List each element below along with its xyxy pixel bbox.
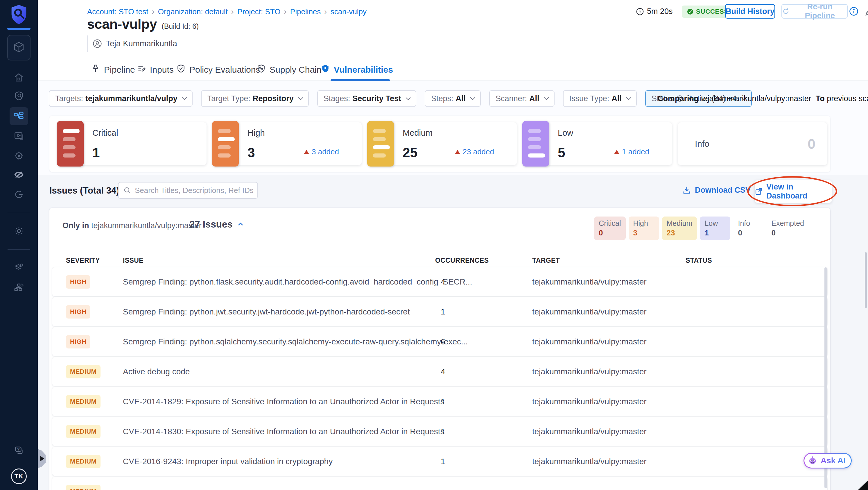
author-row: Teja Kummarikuntla (87, 35, 177, 52)
executions-icon (14, 130, 24, 142)
triangle-up-icon (614, 150, 619, 154)
table-row[interactable]: HIGH Semgrep Finding: python.flask.secur… (52, 267, 827, 296)
issue-title: Active debug code (123, 367, 190, 376)
sidebar-item-policies[interactable] (0, 263, 38, 274)
filter-label: Issue Type: (569, 94, 610, 103)
table-row[interactable]: HIGH Semgrep Finding: python.jwt.securit… (52, 297, 827, 326)
col-header-issue: ISSUE (123, 256, 144, 265)
target-icon (14, 151, 24, 162)
tab-label: Policy Evaluations (189, 65, 260, 75)
build-id: (Build Id: 6) (161, 22, 199, 31)
info-icon[interactable] (849, 6, 859, 16)
filter-value: Repository (253, 94, 294, 103)
sidebar-item-executions[interactable] (0, 130, 38, 142)
severity-badge: MEDIUM (66, 425, 100, 438)
sidebar-item-targets[interactable] (0, 151, 38, 162)
table-row[interactable]: MEDIUM (52, 477, 827, 490)
shield-check-icon (176, 64, 186, 75)
download-csv-button[interactable]: Download CSV (682, 185, 751, 195)
sidebar-item-settings[interactable] (0, 226, 38, 238)
status-badge-label: SUCCESS (696, 8, 728, 16)
shield-chain-icon (256, 64, 266, 75)
module-underline (7, 28, 31, 30)
module-switcher[interactable] (7, 35, 31, 60)
author-name: Teja Kummarikuntla (106, 39, 177, 48)
severity-card-info: Info 0 (678, 122, 827, 165)
chip-info: Info0 (733, 216, 764, 240)
filter-issue-type[interactable]: Issue Type:All (563, 90, 637, 107)
filter-targets[interactable]: Targets:tejakummarikuntla/vulpy (49, 90, 193, 107)
breadcrumb-separator: › (284, 7, 286, 16)
table-row[interactable]: MEDIUM Active debug code 4 tejakummariku… (52, 357, 827, 386)
issues-search (118, 182, 258, 199)
refresh-icon (782, 7, 790, 16)
table-row[interactable]: MEDIUM CVE-2014-1829: Exposure of Sensit… (52, 387, 827, 416)
filter-steps[interactable]: Steps:All (425, 90, 481, 107)
sidebar-item-home[interactable] (0, 72, 38, 84)
breadcrumb-org[interactable]: Organization: default (158, 7, 228, 16)
severity-chips: Critical0 High3 Medium23 Low1 Info0 Exem… (594, 216, 809, 240)
breadcrumb-account[interactable]: Account: STO test (87, 7, 149, 16)
filter-label: Scanner: (496, 94, 527, 103)
search-input[interactable] (135, 186, 253, 195)
tab-inputs[interactable]: Inputs (137, 59, 174, 81)
page-scrollbar[interactable] (865, 252, 867, 308)
issues-section-title: Issues (Total 34) (50, 185, 119, 196)
ask-ai-button[interactable]: Ask AI (804, 453, 852, 468)
home-icon (14, 72, 24, 84)
shield-vuln-icon (321, 64, 330, 75)
triangle-up-icon (304, 150, 309, 154)
user-avatar[interactable]: TK (11, 468, 27, 484)
pipelines-icon (13, 110, 24, 122)
search-icon (123, 186, 131, 194)
occurrences: 1 (441, 427, 445, 436)
severity-card-low: Low 5 1 added (523, 122, 672, 165)
filter-target-type[interactable]: Target Type:Repository (201, 90, 309, 107)
view-in-dashboard-button[interactable]: View in Dashboard (755, 180, 832, 203)
help-chat-icon: ? (14, 445, 24, 457)
card-label: High (248, 128, 265, 138)
sidebar-item-gitops[interactable] (0, 189, 38, 201)
occurrences: 4 (441, 277, 445, 286)
card-count: 25 (403, 145, 417, 160)
build-history-button[interactable]: Build History (725, 4, 775, 19)
severity-card-high: High 3 3 added (213, 122, 362, 165)
comparing-suffix: previous scan (827, 94, 868, 103)
col-header-status: STATUS (686, 256, 712, 265)
sidebar-item-overview[interactable] (0, 91, 38, 102)
pin-icon (91, 64, 100, 75)
edit-pipeline-icon[interactable] (865, 6, 868, 16)
breadcrumb-pipeline-name[interactable]: scan-vulpy (331, 7, 367, 16)
card-count: 0 (808, 136, 815, 152)
tab-vulnerabilities[interactable]: Vulnerabilities (321, 59, 393, 81)
issue-title: CVE-2014-1829: Exposure of Sensitive Inf… (123, 397, 444, 406)
target: tejakummarikuntla/vulpy:master (532, 307, 647, 316)
sidebar-item-orgs[interactable] (0, 282, 38, 294)
active-tab-underline (331, 79, 390, 81)
severity-badge: MEDIUM (66, 395, 100, 408)
filter-scanner[interactable]: Scanner:All (489, 90, 555, 107)
tab-supply-chain[interactable]: Supply Chain (256, 59, 321, 81)
table-row[interactable]: MEDIUM CVE-2016-9243: Improper input val… (52, 447, 827, 476)
tab-pipeline[interactable]: Pipeline (91, 59, 135, 81)
card-label: Critical (92, 128, 118, 138)
rerun-pipeline-button[interactable]: Re-run Pipeline (781, 4, 848, 19)
group-count-toggle[interactable]: 27 Issues (189, 219, 244, 230)
detail-tabs: Pipeline Inputs Policy Evaluations Suppl… (38, 59, 868, 81)
breadcrumb-pipelines[interactable]: Pipelines (290, 7, 321, 16)
filter-stages[interactable]: Stages:Security Test (317, 90, 416, 107)
form-pencil-icon (137, 64, 146, 75)
group-title: Only in tejakummarikuntla/vulpy:master (62, 221, 202, 230)
tab-policy-evaluations[interactable]: Policy Evaluations (176, 59, 260, 81)
filter-label: Targets: (55, 94, 83, 103)
table-row[interactable]: HIGH Semgrep Finding: python.sqlalchemy.… (52, 327, 827, 356)
chevron-down-icon (406, 95, 410, 100)
table-row[interactable]: MEDIUM CVE-2014-1830: Exposure of Sensit… (52, 417, 827, 446)
sidebar-item-pipelines-active[interactable] (9, 107, 28, 125)
breadcrumb-project[interactable]: Project: STO (237, 7, 280, 16)
sidebar-item-help[interactable]: ? (0, 445, 38, 457)
sidebar-expand-handle[interactable] (38, 449, 45, 468)
card-label: Low (558, 128, 573, 138)
severity-badge: HIGH (66, 335, 90, 348)
sidebar-item-hidden[interactable] (0, 170, 38, 181)
